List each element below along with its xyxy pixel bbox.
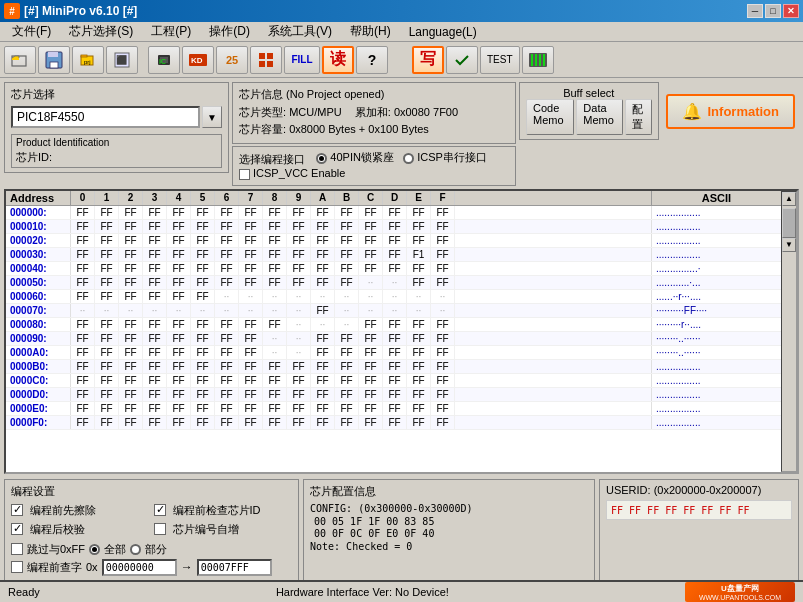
hex-cell[interactable]: FF [191, 220, 215, 233]
hex-cell[interactable]: FF [71, 346, 95, 359]
hex-cell[interactable]: FF [383, 262, 407, 275]
hex-cell[interactable]: FF [407, 220, 431, 233]
hex-cell[interactable]: FF [431, 346, 455, 359]
menu-system-tools[interactable]: 系统工具(V) [260, 21, 340, 42]
hex-cell[interactable]: FF [287, 416, 311, 429]
hex-cell[interactable]: FF [263, 276, 287, 289]
checkbox-icsp-vcc-btn[interactable] [239, 169, 250, 180]
hex-cell[interactable]: ·· [383, 290, 407, 303]
grid-button[interactable] [250, 46, 282, 74]
hex-cell[interactable]: FF [215, 360, 239, 373]
radio-40pin-btn[interactable] [316, 153, 327, 164]
data-memo-button[interactable]: Data Memo [576, 99, 623, 135]
hex-cell[interactable]: FF [215, 248, 239, 261]
hex-cell[interactable]: FF [71, 206, 95, 219]
hex-cell[interactable]: FF [239, 248, 263, 261]
hex-cell[interactable]: FF [191, 276, 215, 289]
hex-cell[interactable]: FF [167, 206, 191, 219]
hex-cell[interactable]: FF [215, 374, 239, 387]
hex-cell[interactable]: ·· [407, 290, 431, 303]
hex-cell[interactable]: FF [95, 402, 119, 415]
hex-cell[interactable]: FF [215, 262, 239, 275]
hex-cell[interactable]: FF [383, 248, 407, 261]
hex-cell[interactable]: FF [71, 318, 95, 331]
scroll-down-button[interactable]: ▼ [782, 238, 796, 252]
hex-cell[interactable]: FF [119, 276, 143, 289]
hex-cell[interactable]: FF [263, 388, 287, 401]
hex-cell[interactable]: FF [407, 276, 431, 289]
maximize-button[interactable]: □ [765, 4, 781, 18]
hex-cell[interactable]: FF [311, 416, 335, 429]
hex-cell[interactable]: FF [407, 234, 431, 247]
hex-cell[interactable]: FF [215, 220, 239, 233]
hex-cell[interactable]: FF [311, 360, 335, 373]
hex-cell[interactable]: FF [215, 276, 239, 289]
hex-cell[interactable]: FF [383, 388, 407, 401]
hex-cell[interactable]: ·· [359, 276, 383, 289]
hex-cell[interactable]: FF [287, 220, 311, 233]
hex-cell[interactable]: FF [431, 220, 455, 233]
test-button[interactable]: TEST [480, 46, 520, 74]
hex-cell[interactable]: FF [407, 206, 431, 219]
hex-cell[interactable]: FF [119, 220, 143, 233]
hex-cell[interactable]: FF [239, 402, 263, 415]
hex-cell[interactable]: FF [287, 248, 311, 261]
hex-cell[interactable]: FF [215, 318, 239, 331]
hex-cell[interactable]: FF [167, 276, 191, 289]
hex-cell[interactable]: FF [239, 234, 263, 247]
hex-cell[interactable]: FF [383, 360, 407, 373]
hex-cell[interactable]: FF [407, 346, 431, 359]
radio-all-btn[interactable] [89, 544, 100, 555]
hex-cell[interactable]: FF [311, 402, 335, 415]
hex-cell[interactable]: ·· [287, 332, 311, 345]
hex-cell[interactable]: FF [239, 346, 263, 359]
hex-cell[interactable]: FF [431, 416, 455, 429]
addr-to-input[interactable] [197, 559, 272, 576]
hex-cell[interactable]: ·· [239, 290, 263, 303]
hex-cell[interactable]: FF [95, 290, 119, 303]
hex-cell[interactable]: FF [143, 360, 167, 373]
hex-cell[interactable]: FF [191, 206, 215, 219]
hex-cell[interactable]: FF [407, 374, 431, 387]
hex-cell[interactable]: ·· [287, 290, 311, 303]
hex-cell[interactable]: FF [335, 374, 359, 387]
hex-cell[interactable]: FF [119, 234, 143, 247]
hex-cell[interactable]: FF [263, 234, 287, 247]
hex-cell[interactable]: FF [95, 374, 119, 387]
hex-cell[interactable]: FF [143, 290, 167, 303]
hex-cell[interactable]: FF [167, 402, 191, 415]
hex-cell[interactable]: FF [287, 388, 311, 401]
hex-cell[interactable]: FF [359, 234, 383, 247]
hex-cell[interactable]: FF [71, 276, 95, 289]
erase-button[interactable]: KD [182, 46, 214, 74]
hex-cell[interactable]: FF [359, 220, 383, 233]
hex-cell[interactable]: FF [359, 388, 383, 401]
hex-cell[interactable]: ·· [263, 346, 287, 359]
hex-cell[interactable]: FF [167, 388, 191, 401]
hex-cell[interactable]: ·· [311, 318, 335, 331]
hex-cell[interactable]: FF [359, 374, 383, 387]
hex-cell[interactable]: FF [143, 332, 167, 345]
prog-erase-checkbox[interactable]: ✓ [11, 504, 23, 516]
hex-scrollbar[interactable]: ▲ ▼ [781, 191, 797, 472]
hex-cell[interactable]: ·· [407, 304, 431, 317]
hex-cell[interactable]: FF [359, 360, 383, 373]
hex-cell[interactable]: FF [335, 416, 359, 429]
hex-cell[interactable]: FF [263, 402, 287, 415]
hex-cell[interactable]: FF [95, 276, 119, 289]
menu-language[interactable]: Language(L) [401, 23, 485, 41]
hex-cell[interactable]: FF [143, 276, 167, 289]
hex-cell[interactable]: FF [119, 388, 143, 401]
pre-prog-check-checkbox[interactable] [11, 561, 23, 573]
hex-cell[interactable]: FF [383, 332, 407, 345]
hex-cell[interactable]: FF [119, 248, 143, 261]
hex-cell[interactable]: FF [239, 388, 263, 401]
hex-cell[interactable]: FF [167, 290, 191, 303]
hex-cell[interactable]: FF [311, 388, 335, 401]
hex-cell[interactable]: FF [407, 360, 431, 373]
hex-cell[interactable]: FF [359, 248, 383, 261]
hex-cell[interactable]: FF [359, 416, 383, 429]
hex-cell[interactable]: ·· [431, 304, 455, 317]
scroll-up-button[interactable]: ▲ [782, 192, 796, 206]
menu-chip-select[interactable]: 芯片选择(S) [61, 21, 141, 42]
